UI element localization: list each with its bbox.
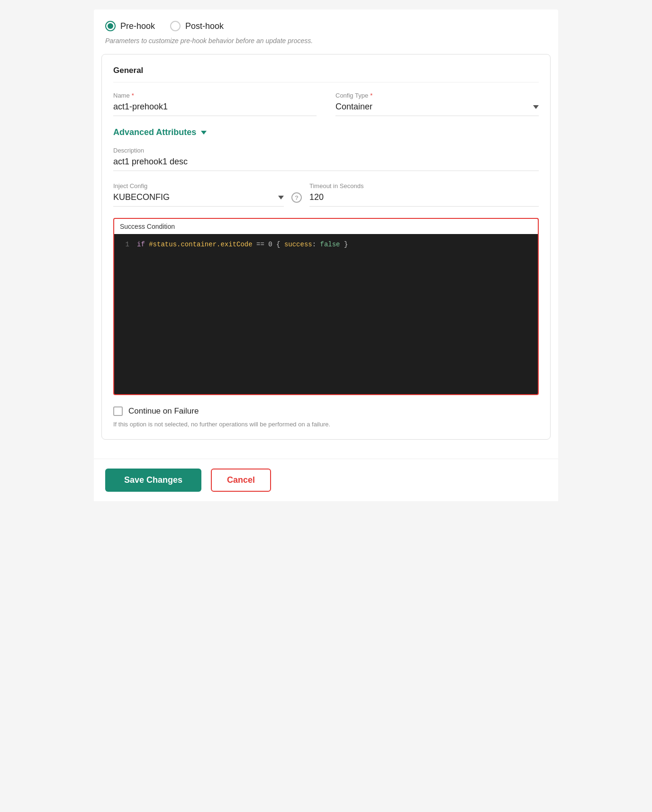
inject-timeout-row: Inject Config KUBECONFIG ? Timeout in Se… [113,182,539,207]
name-label: Name * [113,92,317,99]
description-value[interactable]: act1 prehook1 desc [113,157,539,171]
line-number-1: 1 [114,241,137,248]
advanced-attributes-label: Advanced Attributes [113,127,196,137]
post-hook-label: Post-hook [185,21,224,31]
cancel-button[interactable]: Cancel [211,469,271,492]
config-type-field: Config Type * Container [335,92,539,116]
config-type-required: * [370,92,372,99]
inject-config-field: Inject Config KUBECONFIG [113,182,284,207]
inject-config-select[interactable]: KUBECONFIG [113,192,284,207]
timeout-field: Timeout in Seconds 120 [309,182,539,207]
name-value[interactable]: act1-prehook1 [113,102,317,116]
continue-failure-row: Continue on Failure [113,406,539,416]
config-type-label: Config Type * [335,92,539,99]
success-condition-wrapper: Success Condition 1 if #status.container… [113,218,539,395]
continue-failure-section: Continue on Failure If this option is no… [113,406,539,428]
bottom-bar: Save Changes Cancel [94,459,558,501]
post-hook-option[interactable]: Post-hook [170,21,224,31]
general-form-row: Name * act1-prehook1 Config Type * Conta… [113,92,539,116]
timeout-value[interactable]: 120 [309,192,539,207]
code-editor[interactable]: 1 if #status.container.exitCode == 0 { s… [113,234,539,395]
pre-hook-option[interactable]: Pre-hook [105,21,155,31]
advanced-attributes-toggle[interactable]: Advanced Attributes [113,127,539,137]
hook-selector: Pre-hook Post-hook [94,9,558,35]
save-changes-button[interactable]: Save Changes [105,469,201,492]
hook-description: Parameters to customize pre-hook behavio… [94,35,558,54]
continue-failure-checkbox[interactable] [113,406,123,416]
name-required: * [132,92,134,99]
advanced-attributes-section: Advanced Attributes Description act1 pre… [113,127,539,428]
main-card: General Name * act1-prehook1 Config Type… [101,54,551,440]
help-icon[interactable]: ? [291,192,302,203]
post-hook-radio[interactable] [170,21,181,31]
pre-hook-label: Pre-hook [120,21,155,31]
advanced-chevron-icon [201,131,207,135]
code-line-1: 1 if #status.container.exitCode == 0 { s… [114,240,538,249]
description-label: Description [113,147,539,154]
config-type-chevron-icon [533,105,539,109]
continue-failure-label: Continue on Failure [128,406,199,416]
timeout-label: Timeout in Seconds [309,182,539,189]
inject-config-chevron-icon [278,196,284,199]
description-field: Description act1 prehook1 desc [113,147,539,171]
inject-config-label: Inject Config [113,182,284,189]
line-content-1: if #status.container.exitCode == 0 { suc… [137,241,348,248]
config-type-select[interactable]: Container [335,102,539,116]
general-section-title: General [113,66,539,82]
continue-failure-description: If this option is not selected, no furth… [113,421,539,428]
pre-hook-radio[interactable] [105,21,116,31]
success-condition-label: Success Condition [113,218,539,234]
name-field: Name * act1-prehook1 [113,92,317,116]
